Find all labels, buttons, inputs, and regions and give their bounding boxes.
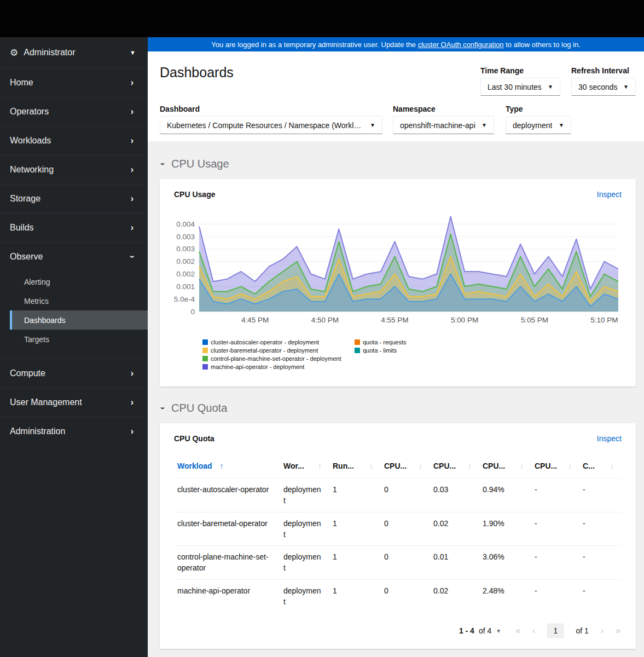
dashboard-label: Dashboard (160, 105, 200, 113)
sidebar-item-networking[interactable]: Networking› (0, 155, 148, 184)
sidebar-item-workloads[interactable]: Workloads› (0, 126, 148, 155)
section-cpu-quota-header[interactable]: › CPU Quota (162, 402, 636, 414)
pagination-range-menu[interactable]: 1 - 4 of 4 ▼ (459, 626, 501, 635)
sort-icon: ↕ (468, 462, 472, 470)
section-cpu-usage-header[interactable]: › CPU Usage (162, 158, 636, 170)
table-cell: - (579, 579, 622, 613)
table-cell: 1 (329, 546, 381, 580)
cluster-oauth-configuration-link[interactable]: cluster OAuth configuration (418, 41, 504, 49)
sidebar-item-label: Home (10, 78, 33, 88)
dashboard-select[interactable]: Kubernetes / Compute Resources / Namespa… (160, 116, 382, 134)
current-page-input[interactable]: 1 (547, 624, 564, 638)
column-header-cpu-[interactable]: CPU...↕ (381, 457, 430, 479)
workload-cell: cluster-baremetal-operator (174, 512, 280, 546)
sidebar-item-builds[interactable]: Builds› (0, 213, 148, 242)
table-cell: 0 (381, 479, 430, 512)
column-header-cpu-[interactable]: CPU...↕ (531, 457, 579, 479)
svg-text:5:05 PM: 5:05 PM (521, 316, 548, 324)
svg-text:4:55 PM: 4:55 PM (381, 316, 408, 324)
sidebar-item-administration[interactable]: Administration› (0, 417, 148, 446)
refresh-interval-select[interactable]: 30 seconds ▼ (571, 78, 636, 96)
perspective-switcher[interactable]: ⚙ Administrator ▼ (0, 37, 148, 68)
column-label: CPU... (433, 462, 456, 470)
sidebar-item-label: Networking (10, 165, 54, 175)
last-page-button[interactable]: » (616, 626, 620, 636)
sort-icon: ↕ (568, 462, 572, 470)
dashboard-content: › CPU Usage CPU Usage Inspect 05.0e-40.0… (148, 141, 644, 657)
table-cell: - (579, 479, 622, 512)
caret-down-icon: ▼ (548, 84, 553, 90)
column-label: Wor... (283, 462, 304, 470)
sidebar-nav: Home›Operators›Workloads›Networking›Stor… (0, 68, 148, 446)
time-range-select[interactable]: Last 30 minutes ▼ (480, 78, 560, 96)
sidebar-item-user-management[interactable]: User Management› (0, 388, 148, 417)
sidebar-item-label: Workloads (10, 136, 51, 146)
table-cell: - (531, 579, 579, 613)
sidebar-item-operators[interactable]: Operators› (0, 97, 148, 126)
table-cell: 0 (381, 512, 430, 546)
column-label: CPU... (535, 462, 557, 470)
legend-label: control-plane-machine-set-operator - dep… (211, 355, 341, 362)
legend-label: quota - requests (363, 339, 407, 345)
section-title: CPU Usage (171, 158, 229, 170)
chevron-right-icon: › (131, 223, 134, 232)
legend-item-quota-requests: quota - requests (355, 339, 407, 345)
legend-item-quota-limits: quota - limits (355, 347, 407, 354)
sidebar-item-observe[interactable]: Observe› (0, 242, 148, 271)
caret-down-icon: ▼ (370, 122, 375, 128)
chevron-right-icon: › (131, 107, 134, 116)
cpu-quota-table: Workload↑Wor...↕Run...↕CPU...↕CPU...↕CPU… (174, 457, 622, 613)
column-header-cpu-[interactable]: CPU...↕ (479, 457, 531, 479)
column-header-c-[interactable]: C...↕ (579, 457, 622, 479)
table-cell: 1 (329, 579, 381, 613)
sidebar-item-targets[interactable]: Targets (10, 330, 148, 349)
card-title: CPU Quota (174, 434, 214, 443)
sidebar-item-label: Operators (10, 107, 49, 117)
svg-text:4:45 PM: 4:45 PM (241, 316, 269, 324)
caret-down-icon: ▼ (496, 628, 501, 634)
sidebar-item-metrics[interactable]: Metrics (10, 291, 148, 310)
column-header-run-[interactable]: Run...↕ (329, 457, 381, 479)
column-header-workload[interactable]: Workload↑ (174, 457, 280, 479)
page-title: Dashboards (160, 65, 234, 80)
previous-page-button[interactable]: ‹ (532, 626, 535, 636)
next-page-button[interactable]: › (601, 626, 604, 636)
table-cell: 0.94% (479, 479, 531, 512)
chevron-down-icon: › (159, 163, 168, 165)
cpu-usage-card: CPU Usage Inspect 05.0e-40.0010.0020.002… (160, 179, 636, 387)
sort-icon: ↕ (369, 462, 373, 470)
chevron-down-icon: › (159, 407, 168, 410)
type-select[interactable]: deployment ▼ (506, 116, 571, 134)
workload-cell: cluster-autoscaler-operator (174, 479, 280, 512)
table-cell: deployment (280, 579, 329, 613)
table-cell: 0.02 (430, 512, 479, 546)
namespace-select[interactable]: openshift-machine-api ▼ (393, 116, 494, 134)
inspect-link[interactable]: Inspect (597, 190, 622, 199)
cpu-usage-legend: cluster-autoscaler-operator - deployment… (202, 339, 636, 370)
inspect-link[interactable]: Inspect (597, 434, 622, 443)
table-row-cluster-baremetal-operator: cluster-baremetal-operatordeployment100.… (174, 512, 622, 546)
sort-icon: ↕ (419, 462, 422, 470)
sidebar-item-storage[interactable]: Storage› (0, 184, 148, 213)
time-range-label: Time Range (480, 66, 524, 75)
page-header: Dashboards Time Range Last 30 minutes ▼ … (148, 51, 644, 141)
legend-label: cluster-baremetal-operator - deployment (211, 347, 318, 354)
sidebar-item-compute[interactable]: Compute› (0, 359, 148, 388)
sidebar-item-home[interactable]: Home› (0, 68, 148, 97)
sidebar-item-alerting[interactable]: Alerting (10, 272, 148, 291)
column-header-cpu-[interactable]: CPU...↕ (430, 457, 479, 479)
refresh-interval-label: Refresh Interval (571, 66, 629, 75)
table-cell: 2.48% (479, 579, 531, 613)
caret-down-icon: ▼ (559, 122, 564, 128)
sidebar-item-dashboards[interactable]: Dashboards (10, 310, 148, 330)
svg-text:0.004: 0.004 (176, 220, 195, 228)
perspective-label: Administrator (24, 48, 75, 57)
section-title: CPU Quota (171, 402, 227, 414)
legend-label: quota - limits (363, 347, 397, 354)
chevron-right-icon: › (131, 369, 134, 378)
table-row-cluster-autoscaler-operator: cluster-autoscaler-operatordeployment100… (174, 479, 622, 512)
column-header-wor-[interactable]: Wor...↕ (280, 457, 329, 479)
first-page-button[interactable]: « (515, 626, 520, 636)
column-label: CPU... (384, 462, 407, 470)
table-cell: 0.01 (430, 546, 479, 580)
